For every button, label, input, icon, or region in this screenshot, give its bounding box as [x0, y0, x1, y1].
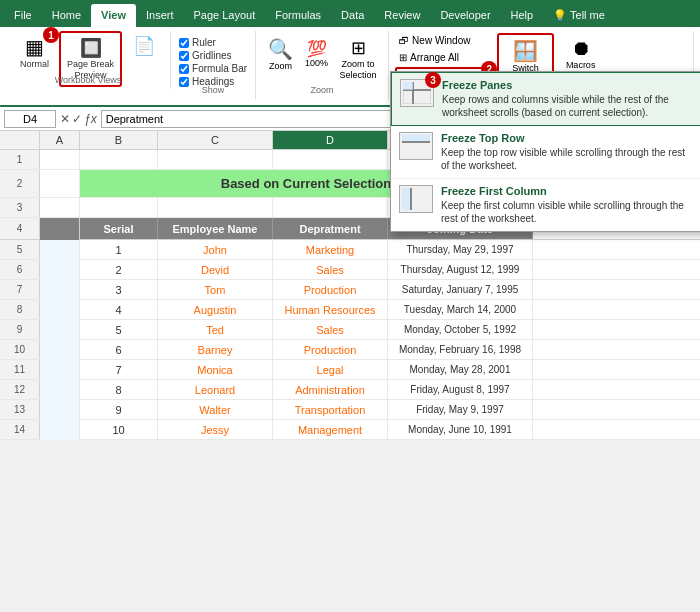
header-employee-name[interactable]: Employee Name: [158, 218, 273, 239]
cell-serial-12[interactable]: 8: [80, 380, 158, 400]
cell-date-14[interactable]: Monday, June 10, 1991: [388, 420, 533, 440]
cell-a1[interactable]: [40, 150, 80, 170]
tab-formulas[interactable]: Formulas: [265, 4, 331, 27]
cell-serial-5[interactable]: 1: [80, 240, 158, 260]
zoom-button[interactable]: 🔍 Zoom: [264, 35, 297, 73]
cell-dept-10[interactable]: Production: [273, 340, 388, 360]
cell-a2[interactable]: [40, 170, 80, 198]
tab-page-layout[interactable]: Page Layout: [183, 4, 265, 27]
normal-view-button[interactable]: ▦ Normal 1: [14, 31, 55, 73]
cell-a3[interactable]: [40, 198, 80, 218]
cell-name-9[interactable]: Ted: [158, 320, 273, 340]
cell-d3[interactable]: [273, 198, 388, 218]
cell-serial-6[interactable]: 2: [80, 260, 158, 280]
cell-date-13[interactable]: Friday, May 9, 1997: [388, 400, 533, 420]
freeze-top-row-desc: Keep the top row visible while scrolling…: [441, 146, 696, 172]
tab-developer[interactable]: Developer: [430, 4, 500, 27]
dropdown-item-freeze-top-row[interactable]: Freeze Top Row Keep the top row visible …: [391, 126, 700, 179]
cell-date-6[interactable]: Thursday, August 12, 1999: [388, 260, 533, 280]
header-department[interactable]: Depratment: [273, 218, 388, 239]
cell-a-12[interactable]: [40, 380, 80, 400]
show-formula-bar-checkbox[interactable]: Formula Bar: [179, 63, 247, 74]
tab-insert[interactable]: Insert: [136, 4, 184, 27]
cell-a-8[interactable]: [40, 300, 80, 320]
cell-name-10[interactable]: Barney: [158, 340, 273, 360]
show-gridlines-checkbox[interactable]: Gridlines: [179, 50, 247, 61]
tab-home[interactable]: Home: [42, 4, 91, 27]
zoom-100-button[interactable]: 💯 100%: [301, 35, 332, 70]
cell-a-7[interactable]: [40, 280, 80, 300]
page-layout-button[interactable]: 📄: [126, 31, 162, 72]
tab-view[interactable]: View: [91, 4, 136, 27]
cell-a-5[interactable]: [40, 240, 80, 260]
cell-c3[interactable]: [158, 198, 273, 218]
freeze-panes-item-icon: 3: [400, 79, 434, 107]
new-window-button[interactable]: 🗗 New Window: [395, 33, 491, 48]
cell-dept-7[interactable]: Production: [273, 280, 388, 300]
cell-name-12[interactable]: Leonard: [158, 380, 273, 400]
cell-name-5[interactable]: John: [158, 240, 273, 260]
cell-dept-5[interactable]: Marketing: [273, 240, 388, 260]
cell-a4[interactable]: [40, 218, 80, 240]
cell-a-14[interactable]: [40, 420, 80, 440]
cell-date-10[interactable]: Monday, February 16, 1998: [388, 340, 533, 360]
cell-serial-10[interactable]: 6: [80, 340, 158, 360]
badge-1: 1: [43, 27, 59, 43]
cell-serial-11[interactable]: 7: [80, 360, 158, 380]
cell-date-5[interactable]: Thursday, May 29, 1997: [388, 240, 533, 260]
freeze-panes-item-title: Freeze Panes: [442, 79, 695, 91]
cell-dept-8[interactable]: Human Resources: [273, 300, 388, 320]
row-num-1: 1: [0, 150, 40, 169]
cell-d1[interactable]: [273, 150, 388, 170]
cell-dept-13[interactable]: Transportation: [273, 400, 388, 420]
cell-reference-input[interactable]: [4, 110, 56, 128]
cell-b1[interactable]: [80, 150, 158, 170]
cell-serial-7[interactable]: 3: [80, 280, 158, 300]
macros-button[interactable]: ⏺ Macros: [560, 33, 602, 74]
cell-dept-14[interactable]: Management: [273, 420, 388, 440]
cell-name-11[interactable]: Monica: [158, 360, 273, 380]
cell-a-10[interactable]: [40, 340, 80, 360]
tab-tell-me[interactable]: 💡 Tell me: [543, 4, 615, 27]
col-header-d[interactable]: D: [273, 131, 388, 149]
cell-dept-12[interactable]: Administration: [273, 380, 388, 400]
tab-help[interactable]: Help: [501, 4, 544, 27]
cell-date-8[interactable]: Tuesday, March 14, 2000: [388, 300, 533, 320]
show-ruler-checkbox[interactable]: Ruler: [179, 37, 247, 48]
tab-review[interactable]: Review: [374, 4, 430, 27]
cell-date-7[interactable]: Saturday, January 7, 1995: [388, 280, 533, 300]
cell-name-6[interactable]: Devid: [158, 260, 273, 280]
cell-serial-9[interactable]: 5: [80, 320, 158, 340]
cell-a-6[interactable]: [40, 260, 80, 280]
cell-name-14[interactable]: Jessy: [158, 420, 273, 440]
tab-file[interactable]: File: [4, 4, 42, 27]
cell-date-12[interactable]: Friday, August 8, 1997: [388, 380, 533, 400]
tab-data[interactable]: Data: [331, 4, 374, 27]
col-header-a[interactable]: A: [40, 131, 80, 149]
cell-a-9[interactable]: [40, 320, 80, 340]
arrange-all-button[interactable]: ⊞ Arrange All: [395, 50, 491, 65]
col-header-b[interactable]: B: [80, 131, 158, 149]
cell-date-11[interactable]: Monday, May 28, 2001: [388, 360, 533, 380]
cell-b3[interactable]: [80, 198, 158, 218]
header-serial[interactable]: Serial: [80, 218, 158, 239]
cell-dept-11[interactable]: Legal: [273, 360, 388, 380]
cell-dept-6[interactable]: Sales: [273, 260, 388, 280]
cell-name-8[interactable]: Augustin: [158, 300, 273, 320]
col-header-c[interactable]: C: [158, 131, 273, 149]
cell-dept-9[interactable]: Sales: [273, 320, 388, 340]
cell-c1[interactable]: [158, 150, 273, 170]
cell-name-13[interactable]: Walter: [158, 400, 273, 420]
cell-serial-13[interactable]: 9: [80, 400, 158, 420]
dropdown-item-freeze-first-col[interactable]: Freeze First Column Keep the first colum…: [391, 179, 700, 231]
dropdown-item-freeze-panes[interactable]: 3 Freeze Panes Keep rows and columns vis…: [391, 72, 700, 126]
row-num-8: 8: [0, 300, 40, 319]
cell-a-11[interactable]: [40, 360, 80, 380]
cell-serial-14[interactable]: 10: [80, 420, 158, 440]
zoom-to-selection-button[interactable]: ⊞ Zoom toSelection: [336, 35, 380, 83]
zoom-group-label: Zoom: [311, 85, 334, 95]
cell-a-13[interactable]: [40, 400, 80, 420]
cell-date-9[interactable]: Monday, October 5, 1992: [388, 320, 533, 340]
cell-serial-8[interactable]: 4: [80, 300, 158, 320]
cell-name-7[interactable]: Tom: [158, 280, 273, 300]
